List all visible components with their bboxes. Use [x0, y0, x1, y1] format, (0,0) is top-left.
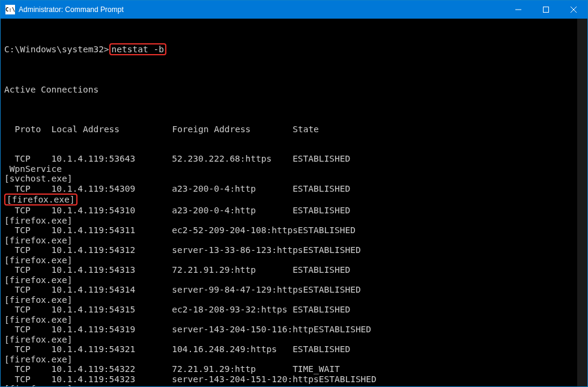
- header-foreign: Foreign Address: [172, 124, 250, 134]
- cmd-icon: C:\: [5, 5, 15, 14]
- connection-row: TCP 10.1.4.119:54311 ec2-52-209-204-108:…: [4, 225, 586, 236]
- connection-row: TCP 10.1.4.119:53643 52.230.222.68:https…: [4, 154, 586, 164]
- close-button[interactable]: [560, 1, 587, 19]
- owner-process: [firefox.exe]: [4, 295, 586, 305]
- connection-row: TCP 10.1.4.119:54322 72.21.91.29:http TI…: [4, 364, 586, 374]
- header-proto: Proto: [14, 124, 41, 134]
- owner-process: [firefox.exe]: [4, 216, 586, 226]
- owner-process: [firefox.exe]: [4, 236, 586, 246]
- terminal-area[interactable]: C:\Windows\system32>netstat -b Active Co…: [1, 19, 587, 386]
- owner-highlight: [firefox.exe]: [4, 194, 77, 206]
- connection-row: TCP 10.1.4.119:54315 ec2-18-208-93-32:ht…: [4, 305, 586, 315]
- owner-process: [firefox.exe]: [4, 255, 586, 266]
- owner-process: [firefox.exe]: [4, 315, 586, 325]
- owner-process: [firefox.exe]: [4, 355, 586, 365]
- connection-row: TCP 10.1.4.119:54314 server-99-84-47-129…: [4, 285, 586, 295]
- vertical-scrollbar[interactable]: [577, 19, 587, 386]
- header-state: State: [292, 124, 319, 134]
- connection-row: TCP 10.1.4.119:54310 a23-200-0-4:http ES…: [4, 206, 586, 216]
- titlebar[interactable]: C:\ Administrator: Command Prompt: [1, 1, 587, 19]
- owner-process: [firefox.exe]: [4, 275, 586, 285]
- connection-row: TCP 10.1.4.119:54312 server-13-33-86-123…: [4, 245, 586, 255]
- owner-service: WpnService: [4, 164, 586, 174]
- prompt-path: C:\Windows\system32>: [4, 44, 109, 54]
- column-headers: Proto Local Address Foreign Address Stat…: [4, 124, 586, 135]
- owner-process: [firefox.exe]: [4, 194, 586, 206]
- cmd-window: C:\ Administrator: Command Prompt C:\Win…: [0, 0, 588, 387]
- connection-row: TCP 10.1.4.119:54309 a23-200-0-4:http ES…: [4, 184, 586, 194]
- connection-list: TCP 10.1.4.119:53643 52.230.222.68:https…: [4, 154, 586, 386]
- maximize-button[interactable]: [532, 1, 560, 19]
- connection-row: TCP 10.1.4.119:54323 server-143-204-151-…: [4, 374, 586, 385]
- owner-process: [svchost.exe]: [4, 174, 586, 184]
- header-local: Local Address: [52, 124, 120, 134]
- connection-row: TCP 10.1.4.119:54313 72.21.91.29:http ES…: [4, 265, 586, 275]
- minimize-button[interactable]: [505, 1, 532, 19]
- connection-row: TCP 10.1.4.119:54321 104.16.248.249:http…: [4, 344, 586, 355]
- command-highlight: netstat -b: [109, 43, 166, 55]
- prompt-line: C:\Windows\system32>netstat -b: [4, 43, 586, 55]
- owner-process: [firefox.exe]: [4, 335, 586, 345]
- owner-process: [firefox.exe]: [4, 384, 586, 386]
- connection-row: TCP 10.1.4.119:54319 server-143-204-150-…: [4, 325, 586, 335]
- svg-rect-1: [544, 7, 549, 13]
- section-title: Active Connections: [4, 85, 586, 95]
- window-title: Administrator: Command Prompt: [19, 5, 505, 14]
